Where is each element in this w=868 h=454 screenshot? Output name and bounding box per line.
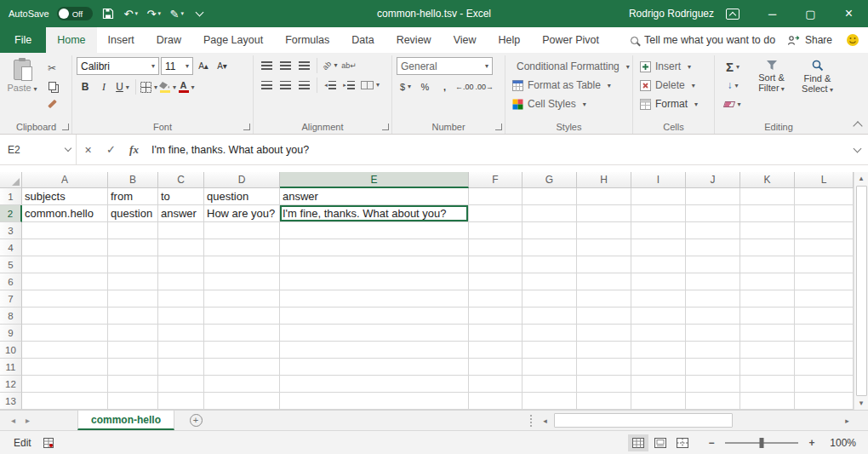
cell-E11[interactable]	[280, 359, 469, 376]
cell-A2[interactable]: common.hello	[22, 205, 108, 222]
italic-button[interactable]: I	[95, 78, 112, 95]
cell-A9[interactable]	[22, 325, 108, 342]
cell-C7[interactable]	[158, 290, 204, 307]
cell-H3[interactable]	[577, 222, 631, 239]
cell-A5[interactable]	[22, 256, 108, 273]
bold-button[interactable]: B	[77, 78, 94, 95]
cell-I11[interactable]	[631, 359, 686, 376]
cell-H9[interactable]	[577, 325, 631, 342]
new-sheet-button[interactable]: +	[186, 411, 205, 430]
cell-J12[interactable]	[686, 376, 740, 393]
cell-D12[interactable]	[204, 376, 280, 393]
customize-quick-access-toolbar-button[interactable]	[192, 4, 208, 23]
cell-H6[interactable]	[577, 273, 631, 290]
cell-H7[interactable]	[577, 290, 631, 307]
increase-decimal-button[interactable]: ←.00	[455, 78, 474, 95]
tab-insert[interactable]: Insert	[97, 27, 146, 53]
cell-E6[interactable]	[280, 273, 469, 290]
column-header-F[interactable]: F	[469, 172, 523, 188]
cell-G7[interactable]	[523, 290, 577, 307]
cell-L11[interactable]	[795, 359, 854, 376]
cell-I3[interactable]	[631, 222, 686, 239]
save-button[interactable]	[100, 4, 116, 23]
page-layout-view-button[interactable]	[650, 434, 671, 451]
format-cells-button[interactable]: Format	[637, 95, 710, 113]
cell-L9[interactable]	[795, 325, 854, 342]
maximize-button[interactable]: ▢	[791, 0, 830, 27]
feedback-smiley-icon[interactable]	[846, 27, 859, 53]
cell-J13[interactable]	[686, 393, 740, 410]
cell-F8[interactable]	[469, 307, 523, 325]
cell-I13[interactable]	[631, 393, 686, 410]
cell-E7[interactable]	[280, 290, 469, 307]
share-button[interactable]: Share	[787, 27, 832, 53]
cell-C2[interactable]: answer	[158, 205, 204, 222]
percent-style-button[interactable]: %	[416, 78, 434, 95]
cell-B1[interactable]: from	[108, 188, 158, 205]
cell-I7[interactable]	[631, 290, 686, 307]
cell-styles-button[interactable]: Cell Styles	[510, 95, 628, 113]
underline-button[interactable]: U	[114, 78, 131, 95]
cell-A3[interactable]	[22, 222, 108, 239]
autosum-button[interactable]: Σ	[719, 58, 746, 75]
cell-B2[interactable]: question	[108, 205, 158, 222]
cell-J9[interactable]	[686, 325, 740, 342]
cell-L3[interactable]	[795, 222, 854, 239]
autosave-toggle[interactable]: Off	[57, 7, 93, 20]
vertical-scrollbar[interactable]: ▴ ▾	[854, 172, 868, 410]
cell-H1[interactable]	[577, 188, 631, 205]
cell-G12[interactable]	[523, 376, 577, 393]
cell-A11[interactable]	[22, 359, 108, 376]
cell-F10[interactable]	[469, 342, 523, 359]
horizontal-scroll-thumb[interactable]	[554, 413, 733, 428]
font-family-select[interactable]: Calibri	[77, 57, 159, 75]
zoom-percentage[interactable]: 100%	[825, 437, 856, 449]
cell-B7[interactable]	[108, 290, 158, 307]
accounting-format-button[interactable]: $	[397, 78, 414, 95]
wrap-text-button[interactable]: ab↵	[340, 57, 357, 73]
alignment-dialog-launcher-icon[interactable]	[382, 124, 389, 130]
cell-F11[interactable]	[469, 359, 523, 376]
row-header-3[interactable]: 3	[0, 222, 22, 239]
macro-record-button[interactable]	[43, 438, 54, 448]
column-header-G[interactable]: G	[523, 172, 577, 188]
row-header-2[interactable]: 2	[0, 205, 22, 222]
formula-input[interactable]: I'm fine, thanks. What about you?	[146, 135, 846, 164]
cell-L2[interactable]	[795, 205, 854, 222]
insert-function-button[interactable]: fx	[123, 135, 146, 164]
format-as-table-button[interactable]: Format as Table	[510, 76, 628, 95]
cell-C6[interactable]	[158, 273, 204, 290]
cell-B12[interactable]	[108, 376, 158, 393]
cell-A13[interactable]	[22, 393, 108, 410]
cell-G10[interactable]	[523, 342, 577, 359]
tab-scroll-divider[interactable]	[530, 415, 532, 427]
cell-K2[interactable]	[740, 205, 795, 222]
cell-G8[interactable]	[523, 307, 577, 325]
cell-C9[interactable]	[158, 325, 204, 342]
cell-F7[interactable]	[469, 290, 523, 307]
column-header-L[interactable]: L	[795, 172, 854, 188]
row-header-10[interactable]: 10	[0, 342, 22, 359]
tell-me-box[interactable]: Tell me what you want to do	[631, 27, 775, 53]
cell-F6[interactable]	[469, 273, 523, 290]
font-color-button[interactable]: A	[178, 78, 195, 95]
cell-D8[interactable]	[204, 307, 280, 325]
cell-D1[interactable]: question	[204, 188, 280, 205]
cell-E9[interactable]	[280, 325, 469, 342]
cell-G13[interactable]	[523, 393, 577, 410]
tab-power-pivot[interactable]: Power Pivot	[531, 27, 610, 53]
cell-E2[interactable]: I'm fine, thanks. What about you?	[280, 205, 469, 222]
cell-K11[interactable]	[740, 359, 795, 376]
font-size-select[interactable]: 11	[161, 57, 193, 75]
row-header-6[interactable]: 6	[0, 273, 22, 290]
column-header-K[interactable]: K	[740, 172, 795, 188]
cell-H2[interactable]	[577, 205, 631, 222]
cell-B10[interactable]	[108, 342, 158, 359]
font-dialog-launcher-icon[interactable]	[243, 124, 250, 130]
paste-button[interactable]: Paste	[5, 57, 39, 111]
clipboard-dialog-launcher-icon[interactable]	[62, 124, 69, 130]
cell-L6[interactable]	[795, 273, 854, 290]
cell-B4[interactable]	[108, 239, 158, 256]
cell-J1[interactable]	[686, 188, 740, 205]
cancel-button[interactable]: ×	[77, 135, 100, 164]
